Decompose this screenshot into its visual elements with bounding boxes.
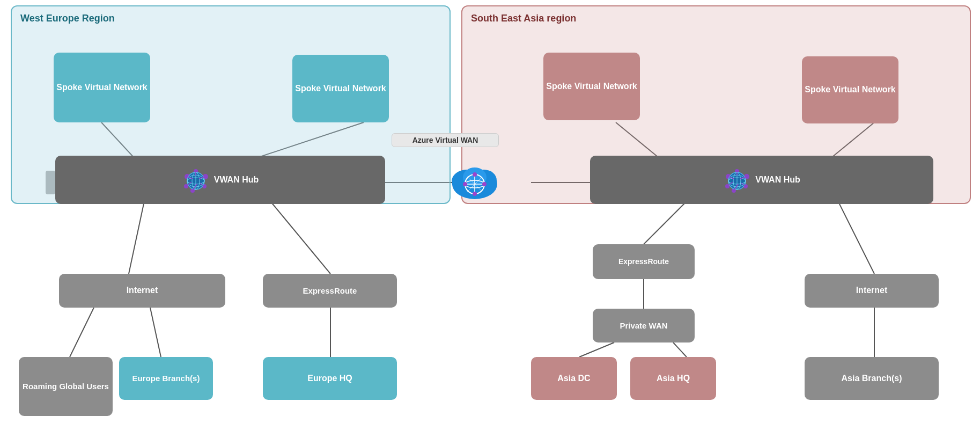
internet-west: Internet <box>59 274 225 308</box>
expressroute-asia-upper: ExpressRoute <box>593 244 695 279</box>
svg-line-2 <box>129 199 145 274</box>
svg-line-13 <box>644 199 689 244</box>
spoke-asia-1: Spoke Virtual Network <box>543 53 640 120</box>
svg-line-18 <box>837 199 874 274</box>
azure-wan-label: Azure Virtual WAN <box>392 133 499 147</box>
private-wan: Private WAN <box>593 309 695 342</box>
asia-branches: Asia Branch(s) <box>805 357 939 400</box>
europe-branches: Europe Branch(s) <box>119 357 213 400</box>
cloud-svg <box>445 155 510 203</box>
asia-hq: Asia HQ <box>630 357 716 400</box>
spoke-asia-2: Spoke Virtual Network <box>802 56 898 123</box>
svg-line-4 <box>70 308 94 357</box>
region-asia-label: South East Asia region <box>471 13 576 24</box>
roaming-global-users: Roaming Global Users <box>19 357 113 416</box>
internet-asia: Internet <box>805 274 939 308</box>
globe-icon-west <box>182 166 210 194</box>
azure-cloud-icon <box>440 149 515 208</box>
svg-point-51 <box>473 192 477 196</box>
svg-line-3 <box>268 199 330 274</box>
spoke-west-2: Spoke Virtual Network <box>292 55 389 122</box>
vwan-hub-asia: VWAN Hub <box>590 156 933 204</box>
region-west-label: West Europe Region <box>20 13 115 24</box>
svg-line-17 <box>673 342 687 357</box>
svg-point-48 <box>463 182 467 186</box>
svg-point-49 <box>482 182 487 186</box>
vwan-hub-west: VWAN Hub <box>55 156 385 204</box>
europe-hq: Europe HQ <box>263 357 397 400</box>
globe-icon-asia <box>723 166 751 194</box>
svg-line-16 <box>579 342 614 357</box>
asia-dc: Asia DC <box>531 357 617 400</box>
svg-line-5 <box>150 308 161 357</box>
expressroute-west: ExpressRoute <box>263 274 397 308</box>
spoke-west-1: Spoke Virtual Network <box>54 53 150 122</box>
diagram-container: West Europe Region South East Asia regio… <box>0 0 980 430</box>
svg-point-50 <box>473 172 477 177</box>
